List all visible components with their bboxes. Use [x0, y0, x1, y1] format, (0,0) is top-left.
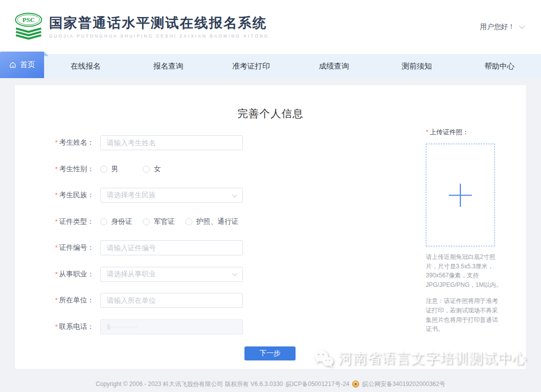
radio-passport[interactable]: 护照、通行证 [185, 217, 238, 226]
gender-radio-group: 男 女 [100, 165, 161, 174]
id-type-radio-group: 身份证 军官证 护照、通行证 [100, 217, 238, 226]
field-label: 考生性别： [59, 165, 94, 173]
user-menu[interactable]: 用户您好！ [480, 23, 524, 32]
field-label: 考生民族： [59, 191, 94, 199]
header: PSC 国家普通话水平测试在线报名系统 GUOJIA PUTONGHUA SHU… [0, 0, 541, 54]
police-record[interactable]: 皖公网安备34019202000362号 [362, 380, 445, 388]
required-asterisk: * [55, 323, 58, 330]
personal-info-form: *考生姓名： *考生性别： 男 女 *考生民族： 请选择考生民族 *证件类型： … [40, 135, 243, 345]
required-asterisk: * [426, 128, 428, 136]
radio-icon [185, 218, 192, 225]
phone-input-disabled: 1·········· [100, 319, 243, 334]
field-label: 联系电话： [59, 322, 94, 330]
chevron-down-icon [519, 23, 524, 29]
chevron-down-icon [232, 271, 237, 276]
icp-record[interactable]: 皖ICP备05001217号-24 [286, 380, 350, 388]
radio-icon [143, 166, 150, 173]
ethnicity-select[interactable]: 请选择考生民族 [100, 188, 243, 203]
nav-item-admission-ticket-print[interactable]: 准考证打印 [210, 54, 293, 78]
occupation-select[interactable]: 请选择从事职业 [100, 267, 243, 282]
radio-female[interactable]: 女 [143, 165, 161, 174]
required-asterisk: * [55, 244, 58, 251]
required-asterisk: * [55, 270, 58, 278]
plus-icon [448, 183, 472, 207]
nav-label: 准考证打印 [232, 62, 270, 71]
upload-note: 注意：该证件照将用于准考证打印，若测试现场不再采集照片也将用于打印普通话证书。 [426, 296, 503, 333]
nav-label: 在线报名 [71, 62, 101, 71]
field-candidate-name: *考生姓名： [40, 135, 243, 150]
required-asterisk: * [55, 218, 58, 225]
main-nav: 首页 在线报名 报名查询 准考证打印 成绩查询 测前须知 帮助中心 [0, 54, 541, 78]
radio-icon [100, 166, 107, 173]
copyright-text: Copyright © 2006 - 2023 科大讯飞股份有限公司 版权所有 … [96, 380, 283, 388]
upload-hint: 请上传近期免冠白底2寸照片，尺寸是3.5x5.3厘米，390x567像素，支持J… [426, 252, 503, 289]
id-number-input[interactable] [100, 240, 243, 255]
nav-label: 成绩查询 [319, 62, 349, 71]
field-label: 所在单位： [59, 296, 94, 304]
field-label: 证件类型： [59, 217, 94, 225]
nav-label: 帮助中心 [484, 62, 514, 71]
masked-phone-value: 1·········· [107, 323, 138, 330]
field-ethnicity: *考生民族： 请选择考生民族 [40, 188, 243, 203]
photo-upload-box[interactable] [426, 144, 495, 246]
field-id-number: *证件编号： [40, 240, 243, 255]
nav-item-pretest-notice[interactable]: 测前须知 [375, 54, 458, 78]
upload-label: 上传证件照： [430, 128, 469, 136]
site-subtitle: GUOJIA PUTONGHUA SHUIPING CESHI ZAIXIAN … [49, 34, 269, 39]
nav-label: 报名查询 [153, 62, 183, 71]
svg-text:PSC: PSC [23, 16, 35, 24]
field-phone: *联系电话： 1·········· [40, 319, 243, 334]
nav-item-online-registration[interactable]: 在线报名 [44, 54, 127, 78]
user-greeting: 用户您好！ [480, 23, 515, 32]
field-label: 考生姓名： [59, 138, 94, 146]
personal-info-card: 完善个人信息 *考生姓名： *考生性别： 男 女 *考生民族： 请选择考生民族 … [15, 85, 526, 369]
nav-item-help-center[interactable]: 帮助中心 [458, 54, 541, 78]
page-title: 完善个人信息 [15, 107, 526, 121]
photo-upload-section: *上传证件照： 请上传近期免冠白底2寸照片，尺寸是3.5x5.3厘米，390x5… [426, 128, 506, 334]
radio-military-id[interactable]: 军官证 [143, 217, 185, 226]
radio-id-card[interactable]: 身份证 [100, 217, 143, 226]
psc-logo-icon: PSC [14, 13, 43, 42]
next-step-button[interactable]: 下一步 [244, 346, 296, 360]
police-badge-icon [352, 380, 359, 387]
field-label: 证件编号： [59, 243, 94, 251]
required-asterisk: * [55, 139, 58, 146]
chevron-down-icon [232, 192, 237, 197]
required-asterisk: * [55, 296, 58, 304]
radio-icon [143, 218, 150, 225]
nav-item-score-query[interactable]: 成绩查询 [293, 54, 375, 78]
nav-label: 测前须知 [402, 62, 432, 71]
nav-item-registration-query[interactable]: 报名查询 [127, 54, 209, 78]
field-occupation: *从事职业： 请选择从事职业 [40, 267, 243, 282]
field-organization: *所在单位： [40, 293, 243, 308]
candidate-name-input[interactable] [100, 135, 243, 150]
logo: PSC 国家普通话水平测试在线报名系统 GUOJIA PUTONGHUA SHU… [14, 13, 269, 42]
site-title: 国家普通话水平测试在线报名系统 [49, 16, 269, 31]
radio-icon [100, 218, 107, 225]
radio-male[interactable]: 男 [100, 165, 143, 174]
home-icon [9, 61, 17, 69]
field-label: 从事职业： [59, 270, 94, 278]
nav-label: 首页 [20, 60, 35, 70]
field-gender: *考生性别： 男 女 [40, 162, 243, 177]
required-asterisk: * [55, 191, 58, 199]
nav-item-home[interactable]: 首页 [0, 52, 44, 78]
footer: Copyright © 2006 - 2023 科大讯飞股份有限公司 版权所有 … [0, 369, 541, 392]
field-id-type: *证件类型： 身份证 军官证 护照、通行证 [40, 214, 243, 229]
required-asterisk: * [55, 165, 58, 173]
organization-input[interactable] [100, 293, 243, 308]
